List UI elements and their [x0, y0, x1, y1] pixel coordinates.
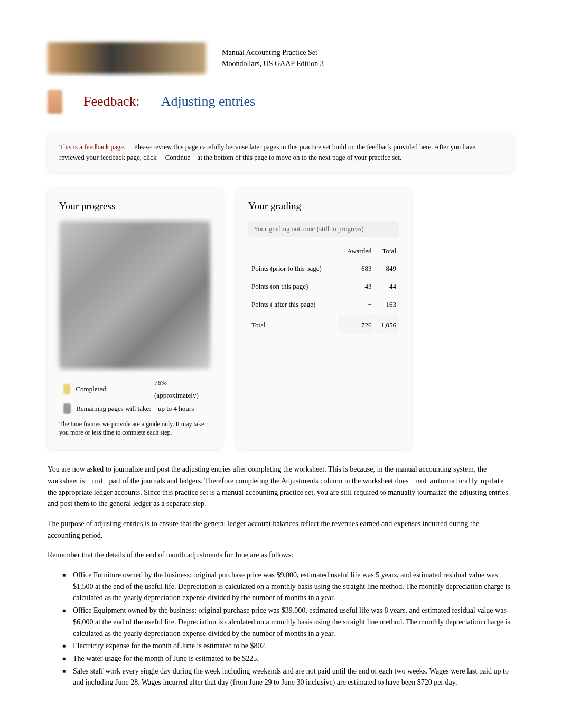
continue-label: Continue — [165, 153, 191, 161]
grading-heading: Your grading — [248, 199, 399, 214]
grading-table: Awarded Total Points (prior to this page… — [248, 242, 399, 335]
grading-panel: Your grading Your grading outcome (still… — [237, 188, 411, 449]
row-total: 44 — [375, 278, 398, 295]
row-label: Points (on this page) — [249, 278, 338, 295]
notice-text-2: at the bottom of this page to move on to… — [197, 153, 401, 161]
total-awarded: 726 — [339, 315, 373, 334]
remaining-value: up to 4 hours — [158, 402, 194, 416]
practice-set-title: Manual Accounting Practice Set — [222, 47, 324, 58]
table-row: Points ( after this page) − 163 — [249, 296, 398, 313]
list-item: Office Equipment owned by the business: … — [62, 605, 513, 639]
paragraph-1: You are now asked to journalize and post… — [48, 464, 513, 510]
title-row: Feedback: Adjusting entries — [48, 87, 513, 116]
page-title-feedback: Feedback: — [83, 92, 140, 111]
grading-subtitle: Your grading outcome (still in progress) — [248, 221, 399, 237]
completed-dot-icon — [63, 384, 70, 394]
row-total: 849 — [375, 260, 398, 277]
progress-panel: Your progress Completed: 76% (approximat… — [48, 188, 222, 449]
feedback-notice: This is a feedback page. Please review t… — [48, 132, 513, 172]
page-header: Manual Accounting Practice Set Moondolla… — [48, 42, 513, 74]
progress-stats: Completed: 76% (approximately) Remaining… — [59, 376, 210, 416]
completed-row: Completed: 76% (approximately) — [59, 376, 210, 402]
completed-label: Completed: — [76, 383, 149, 396]
row-awarded: 43 — [339, 278, 373, 295]
row-label: Points ( after this page) — [249, 296, 338, 313]
adjustments-list: Office Furniture owned by the business: … — [48, 569, 513, 688]
practice-set-edition: Moondollars, US GAAP Edition 3 — [222, 58, 324, 69]
title-icon — [48, 90, 62, 114]
remaining-label: Remaining pages will take: — [76, 402, 153, 416]
page-title-subtitle: Adjusting entries — [161, 92, 255, 111]
col-total: Total — [375, 243, 398, 259]
paragraph-2: The purpose of adjusting entries is to e… — [48, 518, 513, 541]
row-total: 163 — [375, 296, 398, 313]
header-text: Manual Accounting Practice Set Moondolla… — [222, 47, 324, 69]
col-awarded: Awarded — [339, 243, 373, 259]
list-item: Sales staff work every single day during… — [62, 666, 513, 688]
row-label: Points (prior to this page) — [249, 260, 338, 277]
row-awarded: − — [339, 296, 373, 313]
table-row: Points (on this page) 43 44 — [249, 278, 398, 295]
table-row: Points (prior to this page) 683 849 — [249, 260, 398, 277]
list-item: Electricity expense for the month of Jun… — [62, 640, 513, 652]
progress-image — [59, 221, 210, 369]
progress-heading: Your progress — [59, 199, 210, 214]
total-label: Total — [249, 315, 338, 334]
logo-image — [48, 42, 206, 74]
list-item: Office Furniture owned by the business: … — [62, 569, 513, 604]
completed-value: 76% (approximately) — [154, 376, 210, 402]
table-total-row: Total 726 1,056 — [249, 315, 398, 334]
total-total: 1,056 — [375, 315, 398, 334]
remaining-dot-icon — [63, 403, 71, 414]
remaining-row: Remaining pages will take: up to 4 hours — [59, 402, 210, 416]
list-item: The water usage for the month of June is… — [62, 653, 513, 665]
row-awarded: 683 — [339, 260, 373, 277]
notice-intro: This is a feedback page. — [59, 143, 125, 151]
paragraph-3: Remember that the details of the end of … — [48, 549, 513, 561]
panels-row: Your progress Completed: 76% (approximat… — [48, 188, 513, 449]
progress-note: The time frames we provide are a guide o… — [59, 420, 210, 438]
